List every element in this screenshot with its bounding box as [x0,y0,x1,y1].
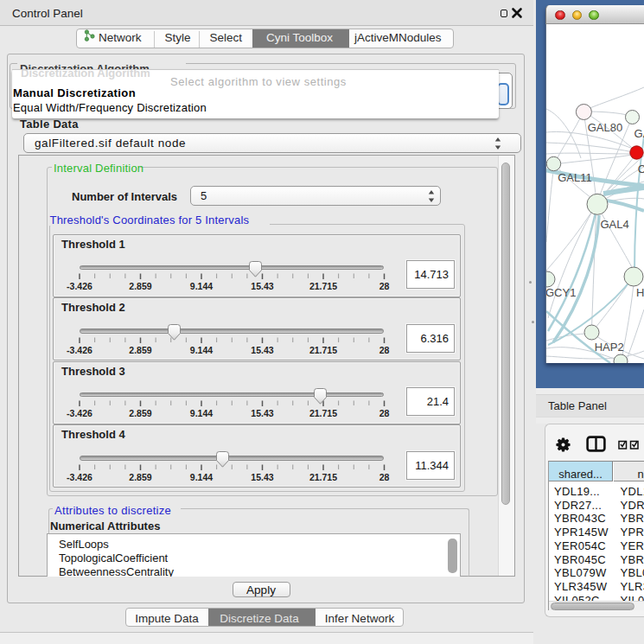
svg-text:C: C [638,163,644,175]
svg-text:HAP2: HAP2 [595,341,624,354]
svg-text:GAL4: GAL4 [600,218,628,231]
svg-text:GCY1: GCY1 [546,286,576,299]
svg-text:GAL11: GAL11 [558,171,592,184]
svg-text:H: H [636,286,644,299]
svg-text:GA: GA [634,127,644,140]
svg-text:GAL80: GAL80 [588,121,622,134]
